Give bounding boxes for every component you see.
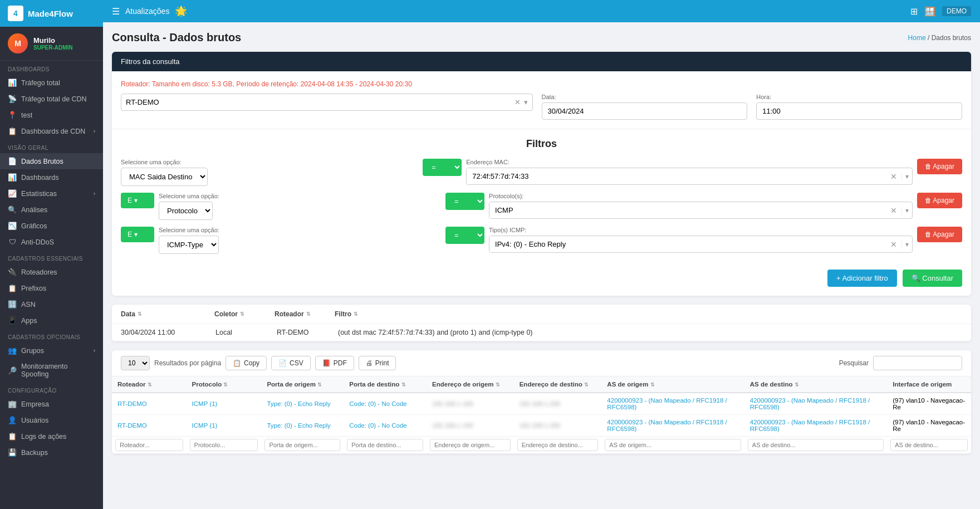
page-title: Consulta - Dados brutos [112,31,241,44]
sidebar-item-prefixos[interactable]: 📋 Prefixos [0,280,103,296]
filter-router-input[interactable] [115,439,183,451]
filter-protocol-input[interactable] [190,439,258,451]
sidebar-item-estatisticas[interactable]: 📈 Estatísticas › [0,185,103,202]
connector-btn-3[interactable]: E ▾ [121,227,154,242]
result-filter: (out dst mac 72:4f:57:7d:74:33) and (pro… [338,329,962,336]
print-button[interactable]: 🖨 Print [359,356,396,370]
chevron-down-icon[interactable]: ▾ [524,98,528,106]
filter-op-select-3[interactable]: = [445,227,484,244]
filter-src-port-input[interactable] [264,439,340,451]
filter-dst-port-input[interactable] [347,439,423,451]
src-addr-2: 192.168.1.100 [432,422,473,429]
search-input[interactable] [873,356,962,370]
sidebar-item-cdn-traffic[interactable]: 📡 Tráfego total de CDN [0,91,103,107]
filter-value-wrap-1: Endereço MAC: ✕ ▾ [466,159,912,185]
sidebar-item-dados-brutos[interactable]: 📄 Dados Brutos [0,153,103,169]
filter-field-select-1[interactable]: MAC Saida Destino [121,168,208,186]
src-port-link-1[interactable]: Type: (0) - Echo Reply [267,400,330,407]
router-input[interactable] [126,94,511,110]
sort-icon[interactable]: ⇅ [496,382,500,388]
src-port-link-2[interactable]: Type: (0) - Echo Reply [267,422,330,429]
sidebar-item-total-traffic[interactable]: 📊 Tráfego total [0,75,103,91]
dst-as-link-1[interactable]: 4200000923 - (Nao Mapeado / RFC1918 / RF… [750,397,870,410]
delete-filter-2-button[interactable]: 🗑 Apagar [917,193,962,208]
date-input[interactable] [542,102,748,120]
sidebar-item-grupos[interactable]: 👥 Grupos › [0,342,103,359]
filter-field-select-2[interactable]: Protocolo [159,202,213,220]
connector-wrap-3: E ▾ [121,227,154,242]
mac-chevron-icon[interactable]: ▾ [901,173,912,180]
connector-btn-2[interactable]: E ▾ [121,193,154,208]
filter-td-src-addr [427,437,514,454]
sidebar-item-monitoramento[interactable]: 🔎 Monitoramento Spoofing [0,359,103,382]
delete-filter-3-button[interactable]: 🗑 Apagar [917,227,962,242]
sort-icon[interactable]: ⇅ [317,382,322,388]
window2-icon[interactable]: 🪟 [924,6,935,17]
td-src-port-2: Type: (0) - Echo Reply [261,415,344,437]
src-as-link-2[interactable]: 4200000923 - (Nao Mapeado / RFC1918 / RF… [607,419,727,432]
pdf-button[interactable]: 📕 PDF [315,356,354,370]
results-row: 30/04/2024 11:00 Local RT-DEMO (out dst … [112,324,971,341]
protocol-link-2[interactable]: ICMP (1) [192,422,218,429]
dst-port-link-1[interactable]: Code: (0) - No Code [349,400,407,407]
filter-op-select-2[interactable]: = [445,193,484,210]
sidebar-item-analises[interactable]: 🔍 Análises [0,202,103,218]
sidebar-item-dashboards[interactable]: 📊 Dashboards [0,169,103,185]
protocol-chevron-icon[interactable]: ▾ [901,207,912,214]
icmp-input[interactable] [489,236,886,252]
dst-as-link-2[interactable]: 4200000923 - (Nao Mapeado / RFC1918 / RF… [750,419,870,432]
sidebar-item-test[interactable]: 📍 test [0,107,103,123]
protocol-input[interactable] [489,202,886,218]
router-link-2[interactable]: RT-DEMO [117,422,147,429]
sidebar-item-usuarios[interactable]: 👤 Usuários [0,412,103,428]
sort-icon[interactable]: ⇅ [223,382,228,388]
protocol-clear-icon[interactable]: ✕ [886,206,901,215]
filter-dst-addr-input[interactable] [517,439,599,451]
table-header-row: Roteador ⇅ Protocolo ⇅ Porta de origem ⇅… [112,376,971,393]
router-select-col: ✕ ▾ [121,94,533,111]
sidebar-item-asn[interactable]: 🔢 ASN [0,296,103,312]
sort-icon[interactable]: ⇅ [148,382,152,388]
filter-op-select-1[interactable]: = [423,159,462,176]
consult-button[interactable]: 🔍 Consultar [903,270,962,287]
per-page-select[interactable]: 10 25 50 [121,356,150,370]
sort-icon[interactable]: ⇅ [401,382,406,388]
clear-icon[interactable]: ✕ [514,98,521,106]
copy-button[interactable]: 📋 Copy [226,356,267,370]
filter-src-as-input[interactable] [605,439,741,451]
sidebar-item-cdn-dashboards[interactable]: 📋 Dashboards de CDN › [0,123,103,139]
src-as-link-1[interactable]: 4200000923 - (Nao Mapeado / RFC1918 / RF… [607,397,727,410]
sidebar-item-graficos[interactable]: 📉 Gráficos [0,218,103,234]
window-icon[interactable]: ⊞ [910,6,918,17]
add-filter-button[interactable]: + Adicionar filtro [827,270,897,287]
menu-icon[interactable]: ☰ [112,6,120,17]
sort-icon[interactable]: ⇅ [795,382,799,388]
sidebar-item-empresa[interactable]: 🏢 Empresa [0,396,103,412]
filter-dst-as-input[interactable] [748,439,884,451]
filter-td-dst-as [744,437,887,454]
filter-field-select-3[interactable]: ICMP-Type [159,236,219,254]
sort-icon[interactable]: ⇅ [650,382,655,388]
mac-clear-icon[interactable]: ✕ [886,172,901,181]
icmp-chevron-icon[interactable]: ▾ [901,241,912,248]
router-link-1[interactable]: RT-DEMO [117,400,147,407]
sidebar-item-logs[interactable]: 📋 Logs de ações [0,428,103,444]
mac-input[interactable] [467,168,885,184]
icmp-clear-icon[interactable]: ✕ [886,240,901,249]
dst-port-link-2[interactable]: Code: (0) - No Code [349,422,407,429]
protocol-link-1[interactable]: ICMP (1) [192,400,218,407]
breadcrumb-home[interactable]: Home [908,34,926,42]
sidebar-item-backups[interactable]: 💾 Backups [0,444,103,461]
app-logo: 4 [8,6,23,21]
sidebar-item-roteadores[interactable]: 🔌 Roteadores [0,264,103,280]
dashboard-icon: 📋 [8,127,17,135]
csv-button[interactable]: 📄 CSV [271,356,311,370]
sort-icon[interactable]: ⇅ [584,382,589,388]
filter-src-iface-input[interactable] [890,439,968,451]
filter-src-addr-input[interactable] [430,439,511,451]
sidebar-item-apps[interactable]: 📱 Apps [0,312,103,329]
time-input[interactable] [756,102,962,120]
delete-filter-1-button[interactable]: 🗑 Apagar [917,159,962,174]
breadcrumb-current: Dados brutos [932,34,971,42]
sidebar-item-anti-ddos[interactable]: 🛡 Anti-DDoS [0,234,103,250]
